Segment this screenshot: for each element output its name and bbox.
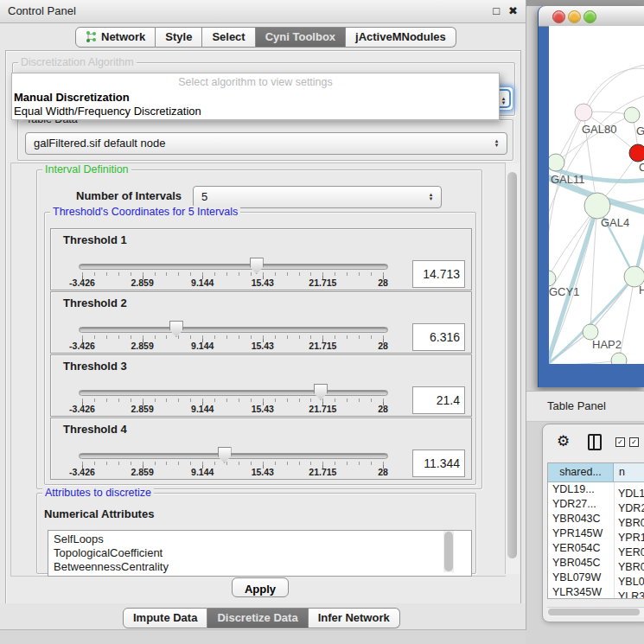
threshold-3-value[interactable]: 21.4 — [412, 386, 465, 414]
control-panel-window: Control Panel □ ✖ Network Style Select C… — [0, 0, 526, 630]
network-nodes[interactable]: GAL80GACGAL11GAL4GCY1HHAP2 — [549, 104, 644, 364]
threshold-4-value[interactable]: 11.344 — [412, 450, 465, 477]
node-label: GAL11 — [551, 173, 585, 186]
tab-jactivemnodules[interactable]: jActiveMNodules — [346, 27, 456, 48]
table-row[interactable]: YER054CYER0 — [548, 541, 644, 556]
cell-name[interactable]: YLR3 — [614, 590, 644, 598]
threshold-1-slider[interactable] — [79, 264, 388, 270]
node-label: HAP2 — [592, 338, 622, 351]
checkbox-icon[interactable] — [615, 437, 625, 447]
tick-label: 15.43 — [252, 467, 274, 477]
network-node[interactable] — [611, 353, 627, 364]
table-row[interactable]: YPR145WYPR1 — [548, 526, 644, 541]
tick-label: 28 — [378, 277, 388, 288]
network-canvas[interactable]: GAL80GACGAL11GAL4GCY1HHAP2 — [549, 26, 644, 364]
tab-cyni-toolbox[interactable]: Cyni Toolbox — [256, 27, 346, 48]
horizontal-scrollbar-thumb[interactable] — [548, 609, 640, 615]
cell-shared-name[interactable]: YDL19... — [548, 482, 614, 497]
table-row[interactable]: YBL079WYBL0 — [548, 571, 644, 585]
network-node-gal11[interactable] — [549, 154, 564, 171]
tick-label: -3.426 — [69, 404, 95, 414]
attribute-item[interactable]: BetweennessCentrality — [54, 560, 471, 574]
threshold-1-panel: Threshold 1 -3.4262.8599.14415.4321.7152… — [50, 228, 472, 290]
tab-infer-network-label: Infer Network — [318, 611, 390, 624]
table-data-dropdown[interactable]: galFiltered.sif default node — [25, 132, 507, 155]
network-node-gal80[interactable] — [575, 104, 592, 121]
gear-icon[interactable]: ⚙ — [557, 432, 570, 450]
close-traffic-light[interactable] — [552, 10, 565, 23]
column-header-name[interactable]: n — [614, 463, 644, 482]
tab-jactivemnodules-label: jActiveMNodules — [355, 30, 446, 43]
tick-label: 9.144 — [191, 467, 214, 477]
table-row[interactable]: YDL19...YDL1 — [548, 482, 644, 497]
tab-network-label: Network — [101, 30, 145, 43]
column-header-shared-name[interactable]: shared... — [548, 463, 614, 482]
dropdown-arrows-icon — [427, 188, 435, 206]
node-table[interactable]: shared... n YDL19...YDL1YDR27...YDR2YBR0… — [547, 462, 644, 599]
cell-shared-name[interactable]: YBL079W — [548, 571, 614, 585]
attribute-item[interactable]: SelfLoops — [54, 532, 471, 546]
float-window-icon[interactable]: □ — [493, 0, 500, 22]
tab-cyni-toolbox-label: Cyni Toolbox — [265, 30, 335, 43]
tick-label: 2.859 — [131, 467, 153, 477]
cell-shared-name[interactable]: YLR345W — [548, 585, 614, 598]
attributes-scrollbar[interactable] — [443, 531, 454, 572]
threshold-4-label: Threshold 4 — [63, 423, 127, 436]
attribute-item[interactable]: TopologicalCoefficient — [54, 546, 471, 560]
attributes-scrollbar-thumb[interactable] — [444, 532, 453, 571]
tab-select[interactable]: Select — [202, 27, 255, 48]
threshold-2-label: Threshold 2 — [63, 296, 127, 309]
tab-network[interactable]: Network — [75, 27, 156, 48]
network-node-c[interactable] — [629, 144, 644, 162]
tick-label: 28 — [378, 467, 388, 477]
column-layout-icon[interactable] — [588, 434, 602, 450]
tab-discretize-data[interactable]: Discretize Data — [207, 608, 308, 628]
table-row[interactable]: YBR043CYBR0 — [548, 512, 644, 526]
threshold-2-slider[interactable] — [79, 327, 388, 333]
cell-shared-name[interactable]: YBR045C — [548, 556, 614, 571]
cell-shared-name[interactable]: YBR043C — [548, 512, 614, 526]
minimize-traffic-light[interactable] — [568, 10, 581, 23]
vertical-scrollbar[interactable] — [505, 163, 520, 574]
thresholds-group: Threshold's Coordinates for 5 Intervals … — [44, 212, 476, 485]
network-node-gal4[interactable] — [584, 193, 610, 219]
cell-shared-name[interactable]: YER054C — [548, 541, 614, 556]
tab-style[interactable]: Style — [156, 27, 202, 48]
checkbox-icon[interactable] — [629, 437, 639, 447]
option-manual-discretization[interactable]: Manual Discretization — [14, 91, 497, 105]
cell-shared-name[interactable]: YDR27... — [548, 497, 614, 512]
table-rows[interactable]: YDL19...YDL1YDR27...YDR2YBR043CYBR0YPR14… — [548, 482, 644, 598]
tab-impute-data[interactable]: Impute Data — [123, 608, 207, 628]
numerical-attributes-list[interactable]: SelfLoopsTopologicalCoefficientBetweenne… — [48, 530, 472, 577]
control-panel-tabs: Network Style Select Cyni Toolbox jActiv… — [75, 27, 456, 48]
cell-shared-name[interactable]: YPR145W — [548, 526, 614, 541]
tab-impute-data-label: Impute Data — [133, 611, 197, 624]
tick-label: 9.144 — [191, 404, 214, 414]
tick-label: 21.715 — [309, 341, 336, 351]
threshold-1-value[interactable]: 14.713 — [412, 260, 465, 288]
control-panel-titlebar: Control Panel □ ✖ — [0, 0, 526, 23]
node-label: C — [639, 161, 644, 174]
node-label: H — [639, 284, 644, 296]
zoom-traffic-light[interactable] — [583, 10, 596, 23]
option-equal-width-frequency[interactable]: Equal Width/Frequency Discretization — [14, 105, 497, 118]
table-row[interactable]: YDR27...YDR2 — [548, 497, 644, 512]
threshold-2-value[interactable]: 6.316 — [412, 323, 465, 351]
apply-button[interactable]: Apply — [232, 577, 289, 597]
threshold-3-label: Threshold 3 — [63, 360, 127, 373]
network-node-ga[interactable] — [624, 107, 640, 123]
number-of-intervals-label: Number of Intervals — [76, 186, 182, 207]
network-node-gcy1[interactable] — [549, 271, 556, 286]
table-data-value: galFiltered.sif default node — [34, 133, 165, 154]
table-row[interactable]: YLR345WYLR3 — [548, 585, 644, 598]
algorithm-placeholder-option[interactable]: Select algorithm to view settings — [12, 76, 499, 88]
network-window-titlebar[interactable] — [539, 6, 644, 27]
tick-label: 2.859 — [131, 341, 153, 351]
tab-infer-network[interactable]: Infer Network — [309, 608, 400, 628]
threshold-4-slider[interactable] — [79, 453, 388, 459]
threshold-3-slider[interactable] — [79, 390, 388, 396]
horizontal-scrollbar[interactable] — [547, 607, 644, 617]
table-row[interactable]: YBR045CYBR0 — [548, 556, 644, 571]
close-panel-icon[interactable]: ✖ — [508, 0, 518, 22]
vertical-scrollbar-thumb[interactable] — [507, 172, 517, 558]
